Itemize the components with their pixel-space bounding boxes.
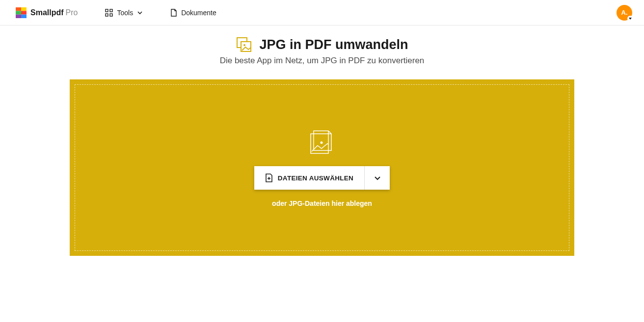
nav-tools-label: Tools <box>117 9 133 17</box>
svg-rect-4 <box>16 14 21 18</box>
header-left: SmallpdfPro Tools Dokumente <box>16 7 216 18</box>
choose-files-button[interactable]: DATEIEN AUSWÄHLEN <box>254 166 364 190</box>
dropzone-hint: oder JPG-Dateien hier ablegen <box>272 199 372 207</box>
choose-files-button-group: DATEIEN AUSWÄHLEN <box>254 166 390 190</box>
choose-files-label: DATEIEN AUSWÄHLEN <box>278 174 353 182</box>
svg-rect-2 <box>16 11 21 14</box>
nav-documents-label: Dokumente <box>181 9 216 17</box>
page-title: JPG in PDF umwandeln <box>259 37 408 52</box>
image-stack-icon <box>308 128 336 156</box>
svg-rect-3 <box>21 11 27 14</box>
jpg-to-pdf-icon <box>236 36 252 53</box>
page-subtitle: Die beste App im Netz, um JPG in PDF zu … <box>0 56 644 66</box>
dropzone-container: DATEIEN AUSWÄHLEN oder JPG-Dateien hier … <box>70 79 574 256</box>
svg-rect-0 <box>16 7 21 11</box>
avatar-menu-caret-icon <box>627 16 633 22</box>
svg-rect-8 <box>106 14 108 16</box>
user-avatar[interactable]: A. <box>617 5 632 21</box>
grid-icon <box>105 9 113 17</box>
chevron-down-icon <box>374 174 381 182</box>
smallpdf-logo-icon <box>16 7 27 18</box>
svg-rect-9 <box>110 14 112 16</box>
file-plus-icon <box>265 173 273 182</box>
app-header: SmallpdfPro Tools Dokumente A. <box>0 0 644 25</box>
brand-name: Smallpdf <box>30 8 64 17</box>
page-title-row: JPG in PDF umwandeln <box>0 36 644 53</box>
svg-rect-6 <box>106 9 108 12</box>
nav-tools[interactable]: Tools <box>105 9 143 17</box>
svg-point-13 <box>243 44 245 46</box>
file-dropzone[interactable]: DATEIEN AUSWÄHLEN oder JPG-Dateien hier … <box>75 84 569 251</box>
main-content: JPG in PDF umwandeln Die beste App im Ne… <box>0 25 644 256</box>
choose-files-dropdown[interactable] <box>364 166 390 190</box>
svg-marker-10 <box>629 18 632 20</box>
nav-documents[interactable]: Dokumente <box>170 9 216 17</box>
svg-rect-7 <box>110 9 112 12</box>
avatar-initial: A. <box>621 9 628 16</box>
svg-rect-5 <box>21 14 27 18</box>
svg-rect-1 <box>21 7 27 11</box>
brand-logo[interactable]: SmallpdfPro <box>16 7 78 18</box>
svg-point-15 <box>321 142 323 144</box>
chevron-down-icon <box>137 10 143 16</box>
document-icon <box>170 9 177 17</box>
brand-tier: Pro <box>66 8 78 17</box>
